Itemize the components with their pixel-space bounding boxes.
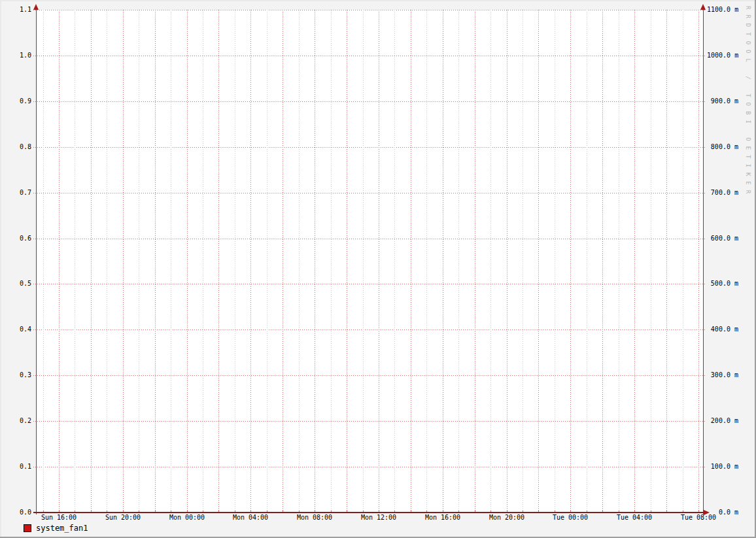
x-axis-tick-label: Mon 12:00 xyxy=(352,514,405,521)
left-y-axis-tick-label: 0.3 xyxy=(5,372,31,378)
major-hgrid-line xyxy=(33,329,706,330)
minor-vgrid-line xyxy=(683,10,683,513)
minor-vgrid-line xyxy=(267,10,267,513)
major-vgrid-line xyxy=(443,10,443,513)
right-y-axis-tick-label: 500.0 m xyxy=(707,280,738,287)
left-axis-arrow-up-icon xyxy=(33,4,39,10)
x-axis-tick-label: Mon 20:00 xyxy=(481,514,533,521)
major-vgrid-line xyxy=(218,10,219,513)
major-vgrid-line xyxy=(59,10,60,513)
major-hgrid-line xyxy=(33,56,706,56)
right-y-axis-tick-label: 900.0 m xyxy=(707,98,738,105)
major-hgrid-line xyxy=(33,239,706,239)
minor-vgrid-line xyxy=(523,10,523,513)
minor-vgrid-line xyxy=(331,10,332,513)
major-hgrid-line xyxy=(33,10,706,10)
major-vgrid-line xyxy=(507,10,507,513)
x-axis-tick-label: Mon 08:00 xyxy=(288,514,341,521)
left-y-axis-tick-label: 1.1 xyxy=(5,7,31,13)
right-y-axis-line xyxy=(703,10,704,514)
minor-vgrid-line xyxy=(394,10,395,513)
major-vgrid-line xyxy=(315,10,315,513)
minor-vgrid-line xyxy=(651,10,651,513)
left-y-axis-tick-label: 0.7 xyxy=(5,190,31,196)
right-y-axis-tick-label: 300.0 m xyxy=(707,372,738,378)
major-vgrid-line xyxy=(634,10,635,513)
right-y-axis-tick-label: 600.0 m xyxy=(707,235,738,242)
right-y-axis-tick-label: 700.0 m xyxy=(707,190,738,196)
left-y-axis-tick-label: 0.8 xyxy=(5,144,31,150)
plot-area xyxy=(36,10,703,513)
x-axis-tick-label: Mon 04:00 xyxy=(224,514,277,521)
major-vgrid-line xyxy=(538,10,539,513)
x-axis-arrow-right-icon xyxy=(704,510,710,515)
x-axis-line xyxy=(33,512,707,513)
x-axis-tick-label: Sun 16:00 xyxy=(33,514,85,521)
major-vgrid-line xyxy=(283,10,283,513)
minor-vgrid-line xyxy=(43,10,44,513)
x-axis-tick-label: Mon 16:00 xyxy=(417,514,469,521)
minor-vgrid-line xyxy=(363,10,364,513)
major-vgrid-line xyxy=(698,10,699,513)
major-vgrid-line xyxy=(570,10,571,513)
right-axis-arrow-up-icon xyxy=(700,4,706,10)
right-y-axis-tick-label: 200.0 m xyxy=(707,418,738,424)
minor-vgrid-line xyxy=(458,10,459,513)
minor-vgrid-line xyxy=(235,10,235,513)
major-vgrid-line xyxy=(187,10,188,513)
left-y-axis-tick-label: 0.4 xyxy=(5,326,31,333)
major-hgrid-line xyxy=(33,193,706,193)
major-hgrid-line xyxy=(33,147,706,148)
minor-vgrid-line xyxy=(426,10,427,513)
x-axis-tick-label: Mon 00:00 xyxy=(161,514,213,521)
right-y-axis-tick-label: 1100.0 m xyxy=(707,7,738,13)
major-vgrid-line xyxy=(123,10,124,513)
minor-vgrid-line xyxy=(587,10,587,513)
major-vgrid-line xyxy=(602,10,603,513)
left-y-axis-tick-label: 0.2 xyxy=(5,418,31,424)
left-y-axis-tick-label: 0.6 xyxy=(5,235,31,242)
left-y-axis-tick-label: 0.5 xyxy=(5,280,31,287)
x-axis-tick-label: Tue 00:00 xyxy=(544,514,596,521)
minor-vgrid-line xyxy=(490,10,491,513)
x-axis-tick-label: Tue 04:00 xyxy=(608,514,661,521)
major-vgrid-line xyxy=(91,10,92,513)
left-y-axis-line xyxy=(36,10,37,514)
minor-vgrid-line xyxy=(619,10,619,513)
legend-series-label: system_fan1 xyxy=(36,524,88,533)
major-vgrid-line xyxy=(475,10,475,513)
rrdtool-watermark: RRDTOOL / TOBI OETIKER xyxy=(745,6,751,199)
minor-vgrid-line xyxy=(203,10,203,513)
left-y-axis-tick-label: 0.9 xyxy=(5,98,31,105)
right-y-axis-tick-label: 400.0 m xyxy=(707,326,738,333)
right-y-axis-tick-label: 800.0 m xyxy=(707,144,738,150)
x-axis-tick-label: Tue 08:00 xyxy=(672,514,725,521)
major-hgrid-line xyxy=(33,467,706,467)
major-hgrid-line xyxy=(33,375,706,376)
major-vgrid-line xyxy=(666,10,667,513)
minor-vgrid-line xyxy=(555,10,555,513)
border-edge-left xyxy=(0,0,1,538)
minor-vgrid-line xyxy=(171,10,171,513)
left-y-axis-tick-label: 1.0 xyxy=(5,52,31,59)
left-y-axis-tick-label: 0.0 xyxy=(5,509,31,516)
major-vgrid-line xyxy=(250,10,251,513)
major-hgrid-line xyxy=(33,284,706,284)
minor-vgrid-line xyxy=(107,10,107,513)
minor-vgrid-line xyxy=(299,10,300,513)
right-y-axis-tick-label: 1000.0 m xyxy=(707,52,738,59)
major-vgrid-line xyxy=(379,10,379,513)
major-vgrid-line xyxy=(411,10,411,513)
major-hgrid-line xyxy=(33,101,706,102)
major-vgrid-line xyxy=(155,10,156,513)
x-axis-tick-label: Sun 20:00 xyxy=(97,514,149,521)
minor-vgrid-line xyxy=(139,10,139,513)
minor-vgrid-line xyxy=(75,10,75,513)
major-vgrid-line xyxy=(347,10,347,513)
left-y-axis-tick-label: 0.1 xyxy=(5,463,31,470)
right-y-axis-tick-label: 100.0 m xyxy=(707,463,738,470)
rrdtool-graph: 0.00.0 m0.1100.0 m0.2200.0 m0.3300.0 m0.… xyxy=(0,0,756,538)
border-edge-top xyxy=(0,0,756,1)
major-hgrid-line xyxy=(33,421,706,422)
legend-color-swatch xyxy=(24,524,31,532)
